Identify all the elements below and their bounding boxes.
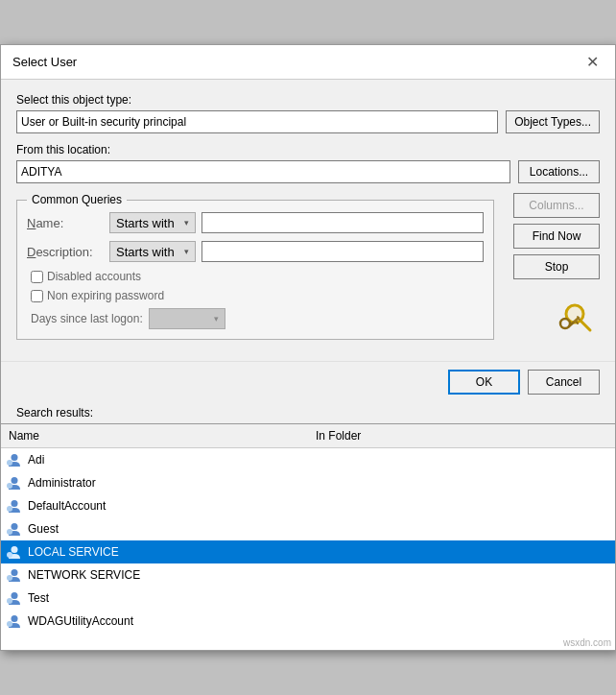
- table-row[interactable]: LOCAL SERVICE: [1, 540, 615, 563]
- name-query-row: Name: Starts with ▾: [27, 212, 484, 233]
- common-queries-legend: Common Queries: [27, 193, 127, 206]
- table-row[interactable]: Test: [1, 587, 615, 610]
- results-header: Name In Folder: [1, 424, 615, 448]
- user-icon: [5, 496, 24, 515]
- location-input[interactable]: [16, 160, 510, 183]
- result-name: NETWORK SERVICE: [28, 568, 496, 582]
- svg-point-13: [12, 523, 18, 530]
- table-row[interactable]: Guest: [1, 517, 615, 540]
- dialog-title: Select User: [12, 55, 77, 69]
- user-icon: [5, 588, 24, 608]
- days-dropdown-arrow: ▾: [214, 314, 219, 324]
- svg-point-7: [12, 454, 18, 461]
- disabled-accounts-label: Disabled accounts: [47, 270, 141, 283]
- svg-point-21: [12, 615, 18, 622]
- locations-button[interactable]: Locations...: [518, 160, 600, 183]
- cancel-button[interactable]: Cancel: [528, 370, 600, 395]
- object-types-button[interactable]: Object Types...: [506, 110, 600, 133]
- user-icon: [5, 565, 24, 585]
- svg-point-19: [12, 592, 18, 599]
- watermark: wsxdn.com: [563, 637, 611, 648]
- search-results-label: Search results:: [1, 404, 615, 423]
- non-expiring-row: Non expiring password: [31, 289, 484, 302]
- days-since-logon-dropdown: ▾: [149, 308, 225, 329]
- table-row[interactable]: Administrator: [1, 471, 615, 494]
- svg-point-15: [12, 546, 18, 553]
- table-row[interactable]: WDAGUtilityAccount: [1, 610, 615, 633]
- find-now-button[interactable]: Find Now: [513, 224, 600, 249]
- description-label: Description:: [27, 245, 104, 259]
- result-name: Adi: [28, 453, 496, 467]
- key-icon-svg: [554, 297, 600, 335]
- result-name: Guest: [28, 522, 496, 536]
- svg-point-6: [566, 305, 583, 323]
- svg-point-20: [7, 598, 12, 604]
- ok-cancel-row: OK Cancel: [1, 361, 615, 404]
- object-type-input[interactable]: [16, 110, 498, 133]
- object-type-row: Object Types...: [16, 110, 600, 133]
- user-icon: [5, 450, 24, 469]
- non-expiring-label: Non expiring password: [47, 289, 164, 302]
- result-name: Administrator: [28, 476, 496, 490]
- user-icon: [5, 519, 24, 539]
- table-row[interactable]: Adi: [1, 448, 615, 471]
- result-name: Test: [28, 591, 496, 605]
- result-name: DefaultAccount: [28, 499, 496, 513]
- svg-point-12: [7, 506, 12, 512]
- svg-point-10: [7, 483, 12, 489]
- dialog-body: Select this object type: Object Types...…: [1, 80, 615, 361]
- svg-point-18: [7, 575, 12, 581]
- name-label: Name:: [27, 216, 104, 230]
- svg-point-22: [7, 621, 12, 627]
- select-user-dialog: Select User ✕ Select this object type: O…: [0, 44, 616, 651]
- title-bar: Select User ✕: [1, 45, 615, 80]
- user-icon: [5, 473, 24, 492]
- table-row[interactable]: DefaultAccount: [1, 494, 615, 517]
- description-starts-with-dropdown[interactable]: Starts with ▾: [109, 241, 196, 262]
- columns-button[interactable]: Columns...: [513, 193, 600, 218]
- user-icon: [5, 611, 24, 631]
- results-table[interactable]: Name In Folder Adi Administrator Default…: [1, 423, 615, 635]
- results-rows: Adi Administrator DefaultAccount Guest L…: [1, 448, 615, 633]
- common-queries-group: Common Queries Name: Starts with ▾ Desc: [16, 193, 494, 340]
- svg-point-16: [7, 552, 12, 558]
- description-query-row: Description: Starts with ▾: [27, 241, 484, 262]
- disabled-accounts-checkbox[interactable]: [31, 271, 43, 283]
- watermark-bar: wsxdn.com: [1, 635, 615, 650]
- days-since-logon-row: Days since last logon: ▾: [31, 308, 484, 329]
- location-row: Locations...: [16, 160, 600, 183]
- name-dropdown-arrow: ▾: [184, 218, 189, 228]
- object-type-label: Select this object type:: [16, 93, 600, 107]
- disabled-accounts-row: Disabled accounts: [31, 270, 484, 283]
- search-key-icon: [554, 297, 600, 335]
- side-buttons-panel: Columns... Find Now Stop: [504, 193, 600, 351]
- svg-point-11: [12, 500, 18, 507]
- result-name: WDAGUtilityAccount: [28, 614, 496, 628]
- folder-column-header: In Folder: [308, 427, 615, 444]
- days-since-logon-label: Days since last logon:: [31, 312, 143, 325]
- result-name: LOCAL SERVICE: [28, 545, 496, 559]
- main-area: Common Queries Name: Starts with ▾ Desc: [16, 193, 600, 351]
- svg-point-9: [12, 477, 18, 484]
- non-expiring-checkbox[interactable]: [31, 290, 43, 302]
- desc-dropdown-arrow: ▾: [184, 247, 189, 256]
- close-button[interactable]: ✕: [580, 51, 604, 74]
- description-input[interactable]: [201, 241, 484, 262]
- table-row[interactable]: NETWORK SERVICE: [1, 563, 615, 587]
- name-input[interactable]: [201, 212, 484, 233]
- stop-button[interactable]: Stop: [513, 254, 600, 279]
- svg-point-8: [7, 460, 12, 466]
- location-label: From this location:: [16, 143, 600, 156]
- user-icon: [5, 542, 24, 562]
- name-column-header: Name: [1, 427, 308, 444]
- svg-point-14: [7, 529, 12, 535]
- svg-point-17: [12, 569, 18, 576]
- name-starts-with-dropdown[interactable]: Starts with ▾: [109, 212, 196, 233]
- svg-line-1: [580, 321, 590, 330]
- ok-button[interactable]: OK: [448, 370, 520, 395]
